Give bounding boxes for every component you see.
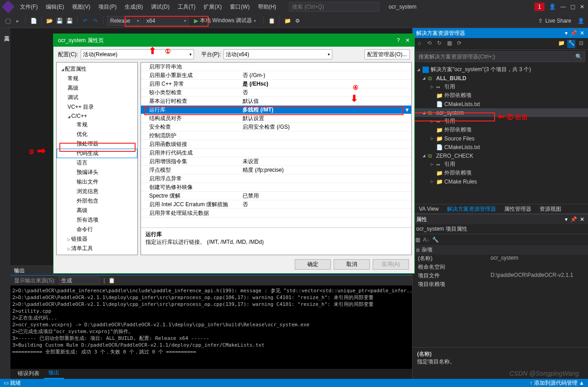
solexp-dropdown-icon[interactable]: ▾ [565, 30, 568, 36]
prop-row[interactable]: (名称)ocr_system [413, 255, 588, 263]
props-pin-icon[interactable]: 📌 [570, 216, 577, 223]
tree-item[interactable]: 语言 [57, 158, 137, 168]
notification-badge[interactable]: 1 [535, 3, 544, 11]
tree-item[interactable]: 高级 [57, 83, 137, 93]
menu-item[interactable]: 工具(T) [174, 1, 199, 13]
menu-item[interactable]: 窗口(W) [226, 1, 253, 13]
tree-item[interactable]: 常规 [57, 74, 137, 83]
output-tool-icon[interactable]: 📋 [108, 277, 115, 284]
property-row[interactable]: 运行库多线程 (/MT)▾ [141, 106, 411, 114]
solexp-search[interactable]: 搜索解决方案资源管理器(Ctrl+;) 🔍 [415, 51, 585, 62]
pending-icon[interactable]: ▦ [445, 40, 453, 48]
sol-tree-item[interactable]: ▪▪引用 [413, 117, 588, 126]
prop-row[interactable]: 项目依赖项 [413, 281, 588, 289]
solexp-tab[interactable]: 资源视图 [536, 204, 565, 214]
liveshare-button[interactable]: ⇪ Live Share 👤 [538, 18, 584, 24]
dialog-close-icon[interactable]: ✕ [405, 37, 410, 44]
prop-row[interactable]: 根命名空间 [413, 263, 588, 272]
props-category[interactable]: ⊟杂项 [413, 245, 588, 255]
tree-item[interactable]: 优化 [57, 130, 137, 139]
new-icon[interactable]: 📄 [29, 17, 38, 25]
apply-button[interactable]: 应用(A) [373, 259, 409, 270]
property-row[interactable]: 启用浮点异常 [141, 174, 411, 183]
menu-item[interactable]: 视图(V) [68, 1, 94, 13]
categorized-icon[interactable]: ▦ [415, 237, 420, 243]
sol-tree-item[interactable]: 📁Source Files [413, 134, 588, 143]
menu-item[interactable]: 调试(D) [147, 1, 173, 13]
output-log[interactable]: 2>D:\paddleOCR\paddle_inference\paddle\i… [10, 285, 412, 369]
undo-icon[interactable]: ↶ [81, 17, 89, 25]
tree-item[interactable]: 清单工具 [57, 244, 137, 253]
sol-tree-item[interactable]: ⧉ALL_BUILD [413, 74, 588, 82]
property-tree[interactable]: 配置属性常规高级调试VC++ 目录C/C++常规优化预处理器代码生成语言预编译头… [56, 62, 138, 255]
alpha-icon[interactable]: A↓ [423, 237, 429, 243]
properties-icon[interactable]: 🔧 [567, 40, 575, 48]
property-row[interactable]: Spectre 缓解已禁用 [141, 192, 411, 200]
property-row[interactable]: 启用字符串池 [141, 63, 411, 71]
sol-tree-item[interactable]: ⧉ocr_system [413, 108, 588, 117]
sol-tree-item[interactable]: 📄CMakeLists.txt [413, 100, 588, 108]
save-all-icon[interactable]: 💾 [65, 17, 73, 25]
property-row[interactable]: 启用最小重新生成否 (/Gm-) [141, 71, 411, 80]
sol-tree-item[interactable]: 📁CMake Rules [413, 177, 588, 186]
tree-item[interactable]: 调试 [57, 93, 137, 102]
sol-tree-item[interactable]: ⧉ZERO_CHECK [413, 151, 588, 160]
prop-row[interactable]: 项目文件D:\paddleOCR\PaddleOCR-v2.1.1 [413, 272, 588, 281]
tree-item[interactable]: 预编译头 [57, 168, 137, 177]
property-row[interactable]: 浮点模型精度 (/fp:precise) [141, 166, 411, 174]
nav-fwd-icon[interactable]: ▸ [14, 17, 22, 25]
tree-item[interactable]: 配置属性 [57, 64, 137, 74]
tool-icon-1[interactable]: 📋 [267, 17, 276, 25]
property-row[interactable]: 结构成员对齐默认设置 [141, 114, 411, 123]
solexp-pin-icon[interactable]: 📌 [570, 30, 577, 36]
config-dropdown[interactable]: 活动(Release) [81, 49, 194, 59]
show-all-icon[interactable]: 📁 [557, 40, 565, 48]
preview-icon[interactable]: ⊟ [577, 40, 585, 48]
tree-item[interactable]: VC++ 目录 [57, 102, 137, 112]
config-manager-button[interactable]: 配置管理器(O)... [364, 49, 410, 59]
redo-icon[interactable]: ↷ [91, 17, 99, 25]
minimize-icon[interactable]: — [560, 4, 566, 10]
wrench-icon[interactable]: 🔧 [432, 237, 439, 243]
open-icon[interactable]: 📂 [45, 17, 53, 25]
output-source-combo[interactable]: 生成 [59, 276, 100, 285]
tab-output[interactable]: 输出 [44, 368, 64, 379]
config-combo[interactable]: Release [107, 16, 141, 26]
property-row[interactable]: 启用函数级链接 [141, 140, 411, 149]
sol-tree-item[interactable]: 📄CMakeLists.txt [413, 143, 588, 151]
sync-icon[interactable]: ↻ [435, 40, 443, 48]
menu-item[interactable]: 项目(P) [95, 1, 120, 13]
help-icon[interactable]: ? [397, 37, 400, 44]
home-icon[interactable]: ⌂ [415, 40, 423, 48]
tree-item[interactable]: 链接器 [57, 234, 137, 244]
save-icon[interactable]: 💾 [55, 17, 63, 25]
props-object-combo[interactable]: ocr_system 项目属性 [413, 224, 588, 234]
sol-tree-item[interactable]: ▪▪引用 [413, 160, 588, 169]
solution-root[interactable]: 解决方案"ocr_system"(3 个项目，共 3 个) [413, 65, 588, 74]
props-close-icon[interactable]: ✕ [580, 216, 584, 223]
tree-item[interactable]: 常规 [57, 120, 137, 130]
tree-item[interactable]: 预处理器 [57, 139, 137, 149]
sol-tree-item[interactable]: ▪▪引用 [413, 82, 588, 91]
tree-item[interactable]: C/C++ [57, 112, 137, 120]
tool-icon-2[interactable]: 📁 [283, 17, 292, 25]
menu-item[interactable]: 帮助(H) [254, 1, 280, 13]
sol-tree-item[interactable]: 📁外部依赖项 [413, 169, 588, 177]
solexp-tab[interactable]: 属性管理器 [501, 204, 535, 214]
property-row[interactable]: 安全检查启用安全检查 (/GS) [141, 123, 411, 131]
tree-item[interactable]: 代码生成 [57, 149, 137, 158]
search-input[interactable] [289, 2, 379, 12]
solution-tree[interactable]: 解决方案"ocr_system"(3 个项目，共 3 个) ⧉ALL_BUILD… [413, 63, 588, 204]
sol-tree-item[interactable]: 📁外部依赖项 [413, 91, 588, 100]
status-source-control[interactable]: ↑ 添加到源代码管理 ▲ [530, 379, 584, 387]
tool-icon-3[interactable]: ⚙ [293, 17, 301, 25]
nav-back-icon[interactable]: ◯ [4, 17, 12, 25]
menu-item[interactable]: 生成(B) [121, 1, 146, 13]
close-icon[interactable]: ✕ [580, 4, 584, 10]
property-row[interactable]: 启用并行代码生成 [141, 149, 411, 157]
user-icon[interactable]: 👤 [549, 4, 556, 10]
property-row[interactable]: 启用异常处理延续元数据 [141, 209, 411, 218]
cancel-button[interactable]: 取消 [334, 259, 370, 270]
menu-item[interactable]: 扩展(X) [200, 1, 225, 13]
property-row[interactable]: 启用 Intel JCC Erratum 缓解措施否 [141, 200, 411, 209]
